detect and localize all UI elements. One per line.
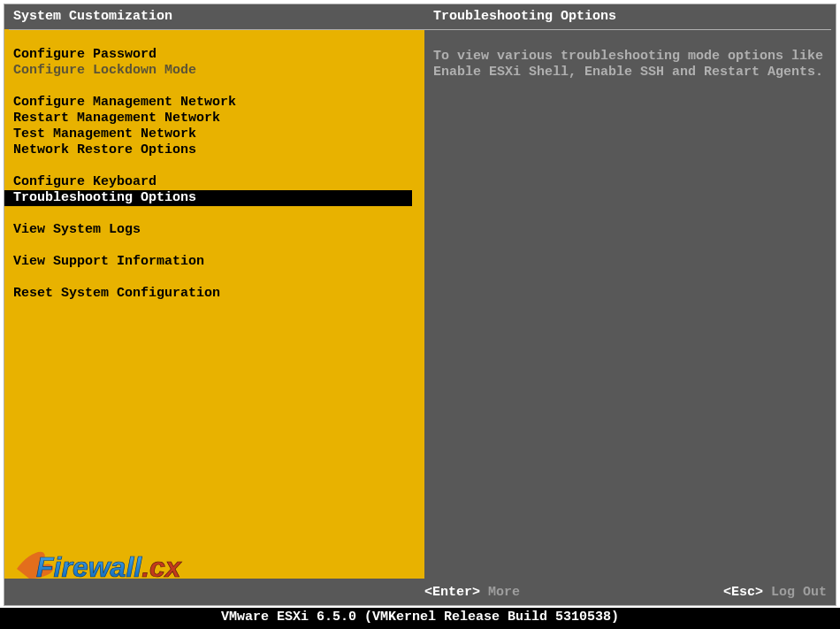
product-version-text: VMware ESXi 6.5.0 (VMKernel Release Buil… [221, 610, 619, 625]
menu-gap [4, 238, 424, 254]
right-panel: Troubleshooting Options To view various … [424, 4, 836, 584]
menu-item-restart-management-network[interactable]: Restart Management Network [4, 111, 424, 127]
enter-key-label: <Enter> [424, 585, 480, 600]
menu-item-view-system-logs[interactable]: View System Logs [4, 222, 424, 238]
esc-action-text: Log Out [771, 585, 827, 600]
enter-action-text: More [488, 585, 520, 600]
menu-item-test-management-network[interactable]: Test Management Network [4, 127, 424, 142]
menu-item-configure-management-network[interactable]: Configure Management Network [4, 95, 424, 111]
right-panel-title: Troubleshooting Options [424, 4, 836, 29]
menu-item-configure-lockdown-mode: Configure Lockdown Mode [4, 63, 424, 79]
troubleshooting-description: To view various troubleshooting mode opt… [433, 49, 827, 81]
title-divider [9, 29, 831, 30]
footer-bar: <Enter> More <Esc> Log Out [4, 579, 836, 605]
left-panel-title: System Customization [4, 4, 424, 29]
left-panel: System Customization Configure PasswordC… [4, 4, 424, 584]
menu-gap [4, 270, 424, 286]
product-bar: VMware ESXi 6.5.0 (VMKernel Release Buil… [0, 608, 840, 629]
menu-item-troubleshooting-options[interactable]: Troubleshooting Options [4, 190, 412, 206]
menu-item-configure-keyboard[interactable]: Configure Keyboard [4, 174, 424, 190]
main-frame: System Customization Configure PasswordC… [4, 4, 836, 606]
menu-gap [4, 206, 424, 222]
menu-item-configure-password[interactable]: Configure Password [4, 47, 424, 63]
esc-key-label: <Esc> [723, 585, 763, 600]
footer-hint-enter[interactable]: <Enter> More [424, 585, 520, 600]
footer-hint-esc[interactable]: <Esc> Log Out [723, 585, 827, 600]
firewall-cx-logo: Firewall.cx [11, 541, 188, 584]
menu-item-view-support-information[interactable]: View Support Information [4, 254, 424, 270]
menu-gap [4, 79, 424, 95]
menu-item-reset-system-configuration[interactable]: Reset System Configuration [4, 286, 424, 302]
menu-item-network-restore-options[interactable]: Network Restore Options [4, 142, 424, 158]
menu-gap [4, 158, 424, 174]
system-menu: Configure PasswordConfigure Lockdown Mod… [4, 47, 424, 302]
